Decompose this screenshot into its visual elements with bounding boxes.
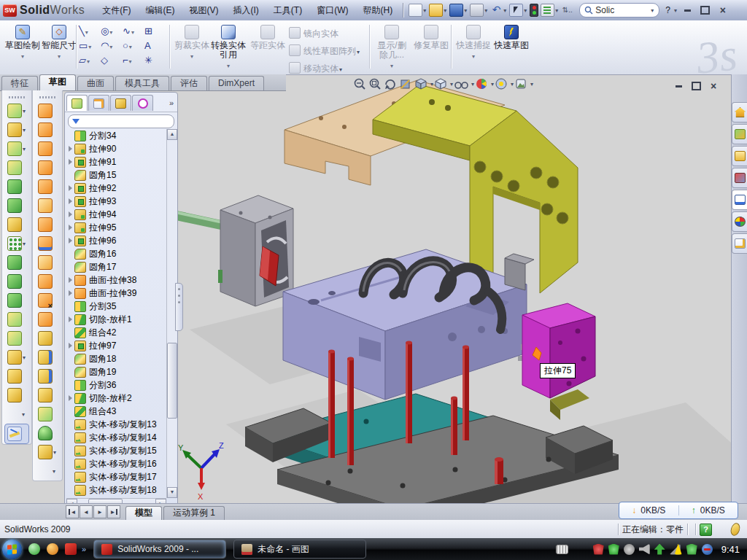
tree-item[interactable]: 实体-移动/复制18 (66, 483, 166, 497)
network-speed-widget[interactable]: ↓0KB/S ↑0KB/S (619, 502, 738, 519)
expand-arrow-icon[interactable] (67, 185, 74, 192)
quick-tips-icon[interactable]: ? (700, 524, 712, 536)
restore-button[interactable] (698, 4, 713, 16)
property-manager-tab[interactable] (88, 95, 109, 111)
convert-entities-button[interactable]: 转换实体引用▾ (210, 23, 247, 71)
start-button[interactable] (2, 540, 22, 559)
arc-icon[interactable]: ◠▾ (101, 39, 123, 54)
point-icon[interactable]: ✳▾ (144, 54, 166, 69)
rectangle-icon[interactable]: ▭▾ (79, 39, 101, 54)
annotation-visibility-icon[interactable] (514, 77, 527, 90)
tree-item[interactable]: 拉伸92 (66, 182, 166, 195)
antivirus-shield-icon[interactable] (593, 544, 604, 555)
tree-item[interactable]: 实体-移动/复制13 (66, 418, 166, 431)
security-shield-icon[interactable] (608, 544, 619, 555)
tree-item[interactable]: 组合43 (66, 405, 166, 418)
section-view-icon[interactable] (399, 77, 412, 90)
tree-item[interactable]: 实体-移动/复制16 (66, 457, 166, 470)
design-library-tab[interactable] (732, 124, 747, 144)
next-tab-button[interactable]: ► (93, 505, 107, 518)
part-magenta-block[interactable] (522, 303, 595, 398)
tree-item[interactable]: 拉伸95 (66, 221, 166, 234)
command-tab[interactable]: 评估 (171, 76, 207, 90)
menu-item[interactable]: 文件(F) (95, 1, 138, 20)
expand-arrow-icon[interactable] (67, 146, 74, 152)
minimize-button[interactable] (681, 4, 695, 16)
quicklaunch-solidworks-icon[interactable] (65, 543, 77, 555)
menu-item[interactable]: 工具(T) (266, 1, 309, 20)
smart-dimension-button[interactable]: ◇ 智能尺寸▾ (41, 23, 77, 61)
part-gray-clamp[interactable] (218, 195, 293, 306)
doc-minimize-button[interactable] (671, 80, 686, 92)
slot-icon[interactable]: ▱▾ (79, 54, 101, 69)
tree-item[interactable]: 拉伸97 (66, 339, 166, 352)
tree-item[interactable]: 组合42 (66, 326, 166, 339)
open-file-icon[interactable] (429, 4, 443, 17)
tree-item[interactable]: 拉伸96 (66, 234, 166, 247)
menu-item[interactable]: 帮助(H) (355, 1, 400, 20)
appearances-tab[interactable] (732, 211, 747, 232)
model-canvas[interactable]: Y Z X (175, 74, 731, 503)
tree-item[interactable]: 拉伸90 (66, 142, 166, 155)
prev-tab-button[interactable]: ◄ (80, 505, 93, 518)
tree-item[interactable]: 切除-放样1 (66, 313, 166, 326)
quicklaunch-app-icon[interactable] (47, 543, 58, 555)
command-tab[interactable]: DimXpert (209, 76, 264, 90)
dimxpert-manager-tab[interactable] (132, 95, 153, 111)
polygon-icon[interactable]: ◇▾ (101, 54, 123, 69)
resources-tab[interactable] (732, 102, 747, 122)
menu-item[interactable]: 插入(I) (225, 1, 266, 20)
command-tab[interactable]: 草图 (39, 74, 76, 90)
tree-item[interactable]: 圆角16 (66, 247, 166, 260)
update-gear-icon[interactable] (624, 544, 635, 555)
tree-item[interactable]: 圆角17 (66, 260, 166, 273)
doc-restore-button[interactable] (689, 80, 703, 92)
sketch-button[interactable]: ✎ 草图绘制▾ (4, 23, 41, 61)
expand-arrow-icon[interactable] (67, 225, 74, 231)
view-palette-tab[interactable] (732, 190, 747, 210)
circle-icon[interactable]: ◎▾ (101, 25, 123, 39)
text-icon[interactable]: A▾ (144, 39, 166, 54)
expand-arrow-icon[interactable] (67, 198, 74, 205)
tree-item[interactable]: 切除-放样2 (66, 392, 166, 405)
close-button[interactable]: × (716, 4, 730, 16)
expand-arrow-icon[interactable] (67, 316, 74, 323)
hide-show-items-icon[interactable] (454, 77, 468, 90)
appearances-dropdown[interactable]: ▾ (491, 81, 494, 88)
annotation-dropdown[interactable]: ▾ (530, 81, 533, 88)
tree-item[interactable]: 拉伸93 (66, 195, 166, 208)
select-box-icon[interactable]: ⊞▾ (144, 25, 166, 39)
tree-item[interactable]: 分割36 (66, 378, 166, 392)
graphics-viewport[interactable]: Y Z X ▾ ▾ ▾ ▾ ▾ ▾ × (175, 74, 731, 503)
first-tab-button[interactable]: ◄ (66, 505, 79, 518)
print-icon[interactable] (470, 4, 484, 17)
sketch-fillet-icon[interactable]: ⌐▾ (123, 54, 144, 69)
volume-icon[interactable] (639, 544, 650, 555)
tree-item[interactable]: 圆角15 (66, 168, 166, 182)
configuration-manager-tab[interactable] (110, 95, 131, 111)
scroll-up-button[interactable]: ▲ (167, 129, 177, 140)
feature-manager-tab[interactable] (66, 95, 88, 111)
display-style-dropdown[interactable]: ▾ (450, 81, 453, 88)
taskbar-button[interactable]: SolidWorks 2009 - ... (93, 540, 226, 559)
file-explorer-tab[interactable] (732, 146, 747, 166)
tree-item[interactable]: 曲面-拉伸38 (66, 273, 166, 287)
custom-properties-tab[interactable] (732, 233, 747, 254)
doc-close-button[interactable]: × (706, 80, 721, 92)
undo-icon[interactable]: ↶ (490, 4, 503, 16)
document-tab[interactable]: 模型 (125, 506, 162, 520)
line-icon[interactable]: ╲▾ (79, 25, 101, 39)
xpress-tools-icon[interactable]: ⇅.. (561, 4, 573, 16)
options-icon[interactable] (541, 4, 554, 17)
tree-item[interactable]: 实体-移动/复制17 (66, 470, 166, 483)
expand-arrow-icon[interactable] (67, 395, 74, 402)
expand-arrow-icon[interactable] (67, 290, 74, 297)
input-method-icon[interactable] (556, 545, 568, 554)
panel-overflow-button[interactable]: » (169, 98, 176, 107)
hide-show-dropdown[interactable]: ▾ (471, 81, 474, 88)
menu-item[interactable]: 编辑(E) (138, 1, 182, 20)
tree-item[interactable]: 实体-移动/复制14 (66, 431, 166, 444)
command-tab[interactable]: 模具工具 (115, 76, 169, 90)
quicklaunch-messenger-icon[interactable] (28, 543, 40, 555)
menu-item[interactable]: 视图(V) (182, 1, 225, 20)
